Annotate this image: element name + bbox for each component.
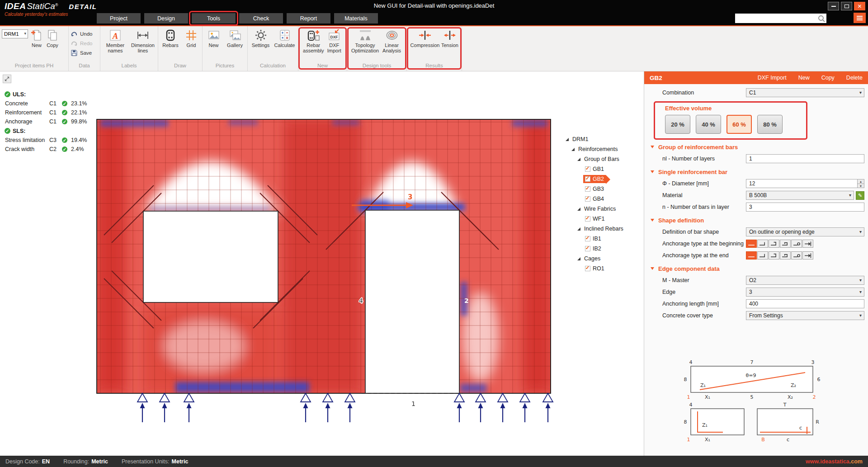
- tab-materials[interactable]: Materials: [334, 13, 378, 24]
- project-item-select[interactable]: DRM1: [2, 29, 28, 38]
- dimension-lines-button[interactable]: Dimension lines: [130, 28, 156, 55]
- member-names-button[interactable]: A Member names: [102, 28, 128, 55]
- bar-shape-select[interactable]: On outline or opening edge: [746, 227, 864, 236]
- section-shape-definition[interactable]: Shape definition: [644, 214, 868, 226]
- number-of-layers-input[interactable]: 1: [746, 154, 864, 163]
- effective-volume-40%[interactable]: 40 %: [696, 115, 721, 134]
- diameter-stepper[interactable]: 12 ▲▼: [746, 179, 864, 188]
- new-project-item-button[interactable]: New: [29, 28, 44, 49]
- expander-icon[interactable]: [566, 138, 569, 141]
- tab-project[interactable]: Project: [97, 13, 141, 24]
- maximize-button[interactable]: [841, 2, 852, 10]
- expander-icon[interactable]: [571, 148, 575, 151]
- minimize-button[interactable]: [828, 2, 839, 10]
- rebars-button[interactable]: Rebars: [160, 28, 181, 49]
- anchorage-type-option-3[interactable]: [769, 240, 779, 248]
- visibility-checkbox[interactable]: [585, 266, 590, 271]
- copy-action[interactable]: Copy: [821, 75, 835, 81]
- app-menu-button[interactable]: [854, 13, 866, 23]
- section-group-of-reinforcement-bars[interactable]: Group of reinforcement bars: [644, 141, 868, 153]
- effective-volume-20%[interactable]: 20 %: [665, 115, 690, 134]
- anchoring-length-input[interactable]: 400: [746, 299, 864, 308]
- tab-report[interactable]: Report: [287, 13, 330, 24]
- copy-project-item-button[interactable]: Copy: [45, 28, 60, 49]
- tab-check[interactable]: Check: [239, 13, 283, 24]
- compression-button[interactable]: Compression: [410, 28, 439, 49]
- concrete-cover-select[interactable]: From Settings: [746, 311, 864, 320]
- tree-item-gb1[interactable]: GB1: [565, 164, 643, 174]
- spinner-arrows-icon[interactable]: ▲▼: [857, 179, 864, 188]
- visibility-checkbox[interactable]: [585, 246, 590, 251]
- tree-item-cages[interactable]: Cages: [565, 254, 643, 264]
- grid-button[interactable]: Grid: [182, 28, 200, 49]
- anchorage-type-option-2[interactable]: [757, 240, 768, 248]
- settings-button[interactable]: Settings: [250, 28, 272, 49]
- anchorage-type-option-2[interactable]: [757, 251, 768, 259]
- tree-item-gb3[interactable]: GB3: [565, 184, 643, 194]
- effective-volume-80%[interactable]: 80 %: [757, 115, 783, 134]
- tension-button[interactable]: Tension: [441, 28, 459, 49]
- tree-item-ro1[interactable]: RO1: [565, 264, 643, 274]
- material-select[interactable]: B 500B: [746, 191, 854, 200]
- section-single-reinforcement-bar[interactable]: Single reinforcement bar: [644, 166, 868, 178]
- visibility-checkbox[interactable]: [585, 166, 590, 172]
- anchorage-type-option-4[interactable]: [780, 240, 791, 248]
- visibility-checkbox[interactable]: [585, 216, 590, 222]
- visibility-checkbox[interactable]: [585, 236, 590, 241]
- new-action[interactable]: New: [798, 75, 810, 81]
- expander-icon[interactable]: [577, 208, 580, 211]
- rebar-assembly-button[interactable]: Rebar assembly: [302, 28, 325, 55]
- search-icon[interactable]: [817, 14, 826, 23]
- delete-action[interactable]: Delete: [846, 75, 863, 81]
- model-canvas[interactable]: 3 4 2 1 ULS:ConcreteC123.1%Reinforcement…: [0, 71, 644, 456]
- tree-item-inclined-rebars[interactable]: Inclined Rebars: [565, 224, 643, 234]
- tree-item-ib2[interactable]: IB2: [565, 244, 643, 254]
- tab-tools[interactable]: Tools: [192, 13, 236, 24]
- material-edit-button[interactable]: ✎: [856, 191, 864, 200]
- expander-icon[interactable]: [577, 158, 580, 161]
- tree-item-ib1[interactable]: IB1: [565, 234, 643, 244]
- fit-view-button[interactable]: [3, 75, 11, 83]
- visibility-checkbox[interactable]: [585, 186, 590, 192]
- anchorage-type-option-6[interactable]: [802, 251, 813, 259]
- anchorage-type-option-6[interactable]: [802, 240, 813, 248]
- master-select[interactable]: O2: [746, 276, 864, 285]
- anchorage-type-option-5[interactable]: [791, 240, 802, 248]
- tree-item-gb4[interactable]: GB4: [565, 194, 643, 204]
- anchorage-type-option-3[interactable]: [769, 251, 779, 259]
- tree-item-drm1[interactable]: DRM1: [565, 134, 643, 144]
- effective-volume-60%[interactable]: 60 %: [726, 115, 752, 134]
- calculate-button[interactable]: Calculate: [273, 28, 296, 49]
- anchorage-type-option-1[interactable]: [746, 251, 757, 259]
- svg-text:c: c: [787, 437, 789, 443]
- tree-item-wire-fabrics[interactable]: Wire Fabrics: [565, 204, 643, 214]
- tab-design[interactable]: Design: [144, 13, 188, 24]
- combination-select[interactable]: C1: [746, 88, 864, 97]
- edge-select[interactable]: 3: [746, 288, 864, 297]
- bars-in-layer-input[interactable]: 3: [746, 203, 864, 212]
- expander-icon[interactable]: [577, 257, 580, 260]
- topology-optimization-button[interactable]: Topology Optimization: [351, 28, 379, 55]
- tree-item-wf1[interactable]: WF1: [565, 214, 643, 224]
- dxf-import-action[interactable]: DXF Import: [758, 75, 787, 81]
- dxf-import-button[interactable]: DXF DXF Import: [326, 28, 343, 55]
- search-input[interactable]: [735, 14, 817, 23]
- redo-button[interactable]: Redo: [71, 39, 93, 47]
- anchorage-type-option-4[interactable]: [780, 251, 791, 259]
- close-button[interactable]: [854, 2, 865, 10]
- visibility-checkbox[interactable]: [585, 196, 590, 202]
- section-edge-component-data[interactable]: Edge component data: [644, 263, 868, 274]
- visibility-checkbox[interactable]: [585, 176, 590, 182]
- linear-analysis-button[interactable]: Linear Analysis: [381, 28, 403, 55]
- website-link[interactable]: www.ideastatica.com: [806, 456, 863, 467]
- tree-item-group-of-bars[interactable]: Group of Bars: [565, 154, 643, 164]
- anchorage-type-option-5[interactable]: [791, 251, 802, 259]
- save-button[interactable]: Save: [71, 48, 93, 57]
- expander-icon[interactable]: [577, 227, 580, 231]
- tree-item-gb2[interactable]: GB2: [565, 174, 643, 184]
- undo-button[interactable]: Undo: [71, 29, 93, 38]
- new-picture-button[interactable]: New: [204, 28, 223, 49]
- anchorage-type-option-1[interactable]: [746, 240, 757, 248]
- tree-item-reinforcements[interactable]: Reinforcements: [565, 144, 643, 154]
- gallery-button[interactable]: Gallery: [224, 28, 245, 49]
